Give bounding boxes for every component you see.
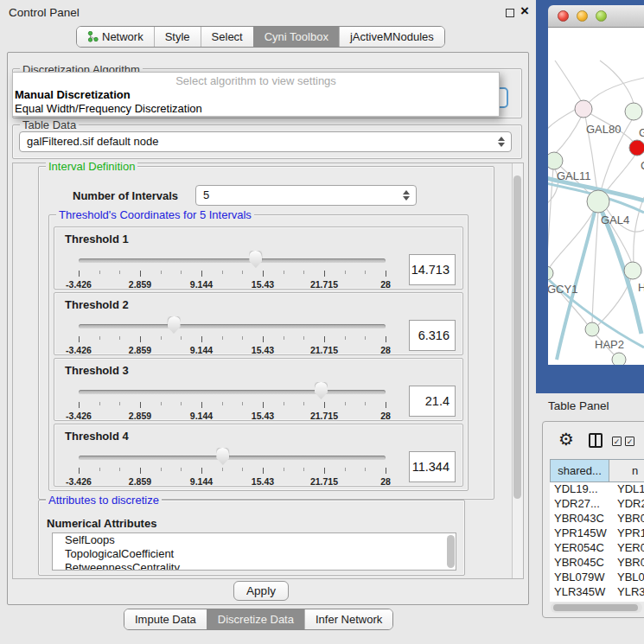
network-node[interactable] bbox=[585, 322, 599, 336]
tick-mark bbox=[201, 336, 202, 342]
tick-mark bbox=[181, 271, 182, 274]
tick-mark bbox=[345, 271, 346, 274]
list-item[interactable]: SelfLoops bbox=[53, 533, 456, 547]
slider-thumb[interactable] bbox=[315, 382, 328, 399]
slider-ticks bbox=[79, 271, 386, 277]
float-window-icon[interactable] bbox=[506, 9, 514, 17]
tick-mark bbox=[222, 336, 223, 340]
tab-style[interactable]: Style bbox=[154, 27, 201, 47]
column-header-shared-name[interactable]: shared... bbox=[550, 459, 609, 482]
network-node[interactable] bbox=[548, 152, 563, 169]
list-item[interactable]: TopologicalCoefficient bbox=[53, 547, 456, 561]
network-edge bbox=[592, 211, 598, 323]
cell-name: YDL1 bbox=[609, 482, 644, 497]
network-node[interactable] bbox=[612, 353, 626, 365]
bottom-tab-bar: Impute Data Discretize Data Infer Networ… bbox=[124, 609, 393, 630]
tick-mark bbox=[284, 271, 284, 274]
network-node[interactable] bbox=[629, 140, 644, 156]
tick-mark bbox=[201, 271, 202, 277]
tick-mark bbox=[324, 402, 325, 408]
threshold-slider[interactable]: -3.4262.8599.14415.4321.71528 bbox=[79, 445, 386, 485]
tick-label: -3.426 bbox=[66, 345, 92, 355]
tick-mark bbox=[386, 402, 386, 408]
slider-track bbox=[79, 456, 386, 460]
zoom-traffic-light-icon[interactable] bbox=[596, 10, 607, 22]
table-row[interactable]: YBR043CYBR0 bbox=[550, 512, 644, 526]
table-row[interactable]: YLR345WYLR3 bbox=[550, 585, 644, 600]
apply-button[interactable]: Apply bbox=[233, 581, 289, 601]
table-row[interactable]: YBL079WYBL0 bbox=[550, 571, 644, 585]
network-window-titlebar[interactable] bbox=[548, 5, 644, 28]
network-edge bbox=[603, 155, 635, 195]
tab-select[interactable]: Select bbox=[201, 27, 253, 47]
tick-mark bbox=[386, 271, 386, 277]
slider-thumb[interactable] bbox=[249, 251, 262, 268]
network-graph[interactable]: GAL80GACGAL11GAL4GCY1HHAP2 bbox=[548, 28, 644, 365]
close-icon[interactable] bbox=[520, 3, 529, 20]
threshold-slider[interactable]: -3.4262.8599.14415.4321.71528 bbox=[79, 248, 386, 288]
tick-label: 28 bbox=[380, 345, 391, 355]
tab-network[interactable]: Network bbox=[77, 27, 154, 47]
tab-jactivemnodules[interactable]: jActiveMNodules bbox=[339, 27, 444, 47]
checkbox-icon[interactable] bbox=[625, 437, 634, 446]
network-node[interactable] bbox=[575, 100, 592, 118]
slider-thumb[interactable] bbox=[216, 448, 229, 465]
threshold-value-input[interactable] bbox=[409, 254, 456, 285]
threshold-label: Threshold 3 bbox=[65, 364, 129, 377]
group-title: Table Data bbox=[20, 118, 79, 131]
tab-impute-data[interactable]: Impute Data bbox=[124, 609, 207, 629]
close-traffic-light-icon[interactable] bbox=[558, 10, 569, 22]
table-row[interactable]: YPR145WYPR1 bbox=[550, 526, 644, 541]
vertical-scrollbar-thumb[interactable] bbox=[513, 175, 521, 499]
tick-mark bbox=[284, 402, 284, 405]
network-node[interactable] bbox=[625, 103, 642, 120]
tick-mark bbox=[345, 336, 346, 340]
numerical-attributes-list[interactable]: SelfLoopsTopologicalCoefficientBetweenne… bbox=[52, 532, 456, 571]
dropdown-placeholder: Select algorithm to view settings bbox=[13, 73, 499, 88]
tick-mark bbox=[79, 468, 80, 474]
column-header-name[interactable]: n bbox=[609, 459, 644, 482]
cell-name: YBR0 bbox=[609, 512, 644, 526]
group-title: Threshold's Coordinates for 5 Intervals bbox=[56, 208, 254, 221]
table-row[interactable]: YER054CYER0 bbox=[550, 541, 644, 556]
list-item[interactable]: BetweennessCentrality bbox=[53, 561, 456, 571]
table-row[interactable]: YIL052CYIL0 bbox=[550, 600, 644, 602]
table-data-combobox[interactable]: galFiltered.sif default node bbox=[19, 131, 512, 152]
tab-cyni-toolbox[interactable]: Cyni Toolbox bbox=[253, 27, 339, 47]
threshold-slider[interactable]: -3.4262.8599.14415.4321.71528 bbox=[79, 379, 386, 419]
list-scrollbar-thumb[interactable] bbox=[447, 535, 455, 568]
tab-infer-network[interactable]: Infer Network bbox=[304, 609, 392, 629]
table-rows: YDL19...YDL1YDR27...YDR2YBR043CYBR0YPR14… bbox=[550, 482, 644, 602]
slider-track bbox=[79, 390, 386, 394]
threshold-value-input[interactable] bbox=[409, 320, 456, 351]
network-canvas[interactable]: GAL80GACGAL11GAL4GCY1HHAP2 bbox=[548, 28, 644, 365]
tick-mark bbox=[201, 468, 202, 474]
network-node[interactable] bbox=[587, 190, 609, 213]
network-edge bbox=[555, 116, 582, 154]
table-row[interactable]: YDR27...YDR2 bbox=[550, 497, 644, 512]
threshold-slider[interactable]: -3.4262.8599.14415.4321.71528 bbox=[79, 314, 386, 354]
column-layout-icon[interactable] bbox=[589, 433, 603, 448]
node-table: shared... n YDL19...YDL1YDR27...YDR2YBR0… bbox=[550, 459, 644, 482]
table-row[interactable]: YBR045CYBR0 bbox=[550, 556, 644, 571]
threshold-value-input[interactable] bbox=[409, 386, 456, 417]
slider-ticks bbox=[79, 336, 386, 343]
cell-shared-name: YIL052C bbox=[550, 600, 609, 602]
gear-icon[interactable] bbox=[558, 429, 574, 450]
slider-thumb[interactable] bbox=[168, 316, 181, 334]
tick-mark bbox=[99, 271, 100, 274]
threshold-value-input[interactable] bbox=[409, 451, 456, 482]
network-node[interactable] bbox=[548, 266, 553, 280]
dropdown-option-equal-width[interactable]: Equal Width/Frequency Discretization bbox=[13, 102, 499, 116]
tab-discretize-data[interactable]: Discretize Data bbox=[207, 609, 304, 629]
minimize-traffic-light-icon[interactable] bbox=[577, 10, 588, 22]
tick-mark bbox=[161, 468, 162, 471]
dropdown-option-manual[interactable]: Manual Discretization bbox=[13, 88, 499, 102]
table-row[interactable]: YDL19...YDL1 bbox=[550, 482, 644, 497]
checkbox-icon[interactable] bbox=[612, 437, 622, 446]
network-node[interactable] bbox=[624, 262, 641, 279]
cell-shared-name: YPR145W bbox=[550, 526, 609, 541]
tick-mark bbox=[284, 336, 284, 340]
horizontal-scrollbar-thumb[interactable] bbox=[553, 604, 638, 611]
number-of-intervals-combobox[interactable]: 5 bbox=[195, 185, 417, 206]
